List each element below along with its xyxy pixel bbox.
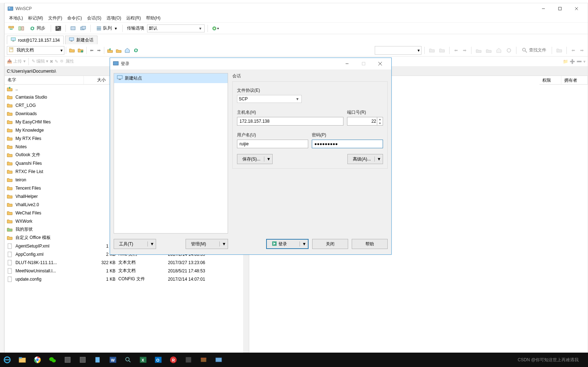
- col-name[interactable]: 名字: [5, 76, 84, 84]
- col-owner[interactable]: 拥有者: [561, 76, 588, 84]
- compare-icon[interactable]: [17, 24, 26, 33]
- upload-button[interactable]: 📤 上传 ▾: [7, 58, 26, 64]
- remote-home-icon[interactable]: [494, 46, 503, 55]
- sync-browse-icon[interactable]: [7, 24, 15, 33]
- taskbar-notes-icon[interactable]: [93, 355, 103, 365]
- local-location-combo[interactable]: 我的文档 ▾: [7, 46, 64, 55]
- taskbar-r-icon[interactable]: R: [168, 355, 178, 365]
- remote-refresh-icon[interactable]: [505, 46, 513, 55]
- svg-text:X: X: [141, 358, 144, 362]
- remote-nav-back-icon[interactable]: ⬅: [452, 47, 460, 54]
- dialog-close-button[interactable]: [372, 58, 388, 69]
- transfer-settings-icon[interactable]: ▾: [211, 24, 219, 33]
- taskbar-word-icon[interactable]: W: [108, 355, 118, 365]
- password-input[interactable]: [312, 140, 383, 148]
- save-button[interactable]: 保存(S)...▼: [237, 154, 273, 164]
- remote-parent-icon[interactable]: [474, 46, 483, 55]
- menu-command[interactable]: 命令(C): [65, 14, 84, 22]
- protocol-combo[interactable]: SCP▾: [237, 95, 302, 103]
- new-session-icon[interactable]: [69, 24, 77, 33]
- menu-options[interactable]: 选项(O): [104, 14, 123, 22]
- username-label: 用户名(U): [237, 132, 308, 138]
- minus-icon[interactable]: ➖: [576, 59, 582, 64]
- dialog-minimize-button[interactable]: [339, 58, 355, 69]
- col-perm[interactable]: 权限: [539, 76, 561, 84]
- svg-text:O: O: [156, 358, 160, 362]
- plus-icon[interactable]: ➕: [570, 59, 575, 64]
- menu-help[interactable]: 帮助(H): [144, 14, 163, 22]
- props-button[interactable]: ⛭ 属性: [60, 58, 74, 64]
- remote-open-folder-icon[interactable]: [428, 46, 436, 55]
- remote-root-icon[interactable]: [484, 46, 493, 55]
- taskbar-winscp-icon[interactable]: [214, 355, 224, 365]
- bookmark-icon[interactable]: [555, 46, 564, 55]
- remote-nav-fwd-icon[interactable]: ➡: [461, 47, 468, 54]
- taskbar-explorer-icon[interactable]: [17, 355, 27, 365]
- site-list[interactable]: 新建站点: [114, 73, 228, 234]
- username-input[interactable]: [237, 140, 308, 148]
- home-icon[interactable]: [123, 46, 132, 55]
- new-site-item[interactable]: 新建站点: [114, 73, 228, 83]
- refresh-icon[interactable]: [132, 46, 140, 55]
- menu-mark[interactable]: 标记(M): [26, 14, 45, 22]
- file-size: 1 KB: [90, 268, 115, 273]
- taskbar-excel-icon[interactable]: X: [138, 355, 148, 365]
- open-folder-icon[interactable]: [68, 46, 76, 55]
- advanced-button[interactable]: 高级(A)...▼: [347, 154, 383, 164]
- vsep-icon[interactable]: ▾: [583, 59, 585, 64]
- taskbar-chrome-icon[interactable]: [32, 355, 42, 365]
- console-icon[interactable]: >_: [54, 24, 63, 33]
- col-size[interactable]: 大小: [84, 76, 109, 84]
- close-button[interactable]: [568, 3, 585, 14]
- taskbar-winrar-icon[interactable]: [199, 355, 209, 365]
- tools-button[interactable]: 工具(T)▼: [114, 239, 156, 249]
- menu-local[interactable]: 本地(L): [7, 14, 25, 22]
- svg-rect-64: [186, 357, 191, 363]
- file-row[interactable]: DLUT-N18K-111.11...322 KB文本文档2017/3/27 1…: [5, 258, 249, 267]
- host-input[interactable]: [237, 117, 343, 126]
- parent-dir-icon[interactable]: [106, 46, 114, 55]
- taskbar-search-icon[interactable]: [123, 355, 133, 365]
- help-button[interactable]: 帮助: [352, 239, 388, 249]
- remote-location-combo[interactable]: ▾: [375, 46, 421, 55]
- login-button[interactable]: 登录▼: [266, 239, 309, 249]
- find-files-button[interactable]: 查找文件: [519, 46, 549, 55]
- synchronize-button[interactable]: 同步: [27, 24, 48, 33]
- toolbar-nav: 我的文档 ▾ ⬅ ➡ ▾ ⬅ ➡ 查找文件: [5, 44, 588, 56]
- taskbar-outlook-icon[interactable]: O: [153, 355, 163, 365]
- file-row[interactable]: MeetNowUninstall.l...1 KB文本文档2018/5/21 1…: [5, 267, 249, 275]
- taskbar-app5-icon[interactable]: [183, 355, 193, 365]
- session-tab-active[interactable]: root@172.18.157.134: [7, 36, 64, 44]
- rename-icon[interactable]: ✎: [55, 59, 58, 64]
- tabs-left-icon[interactable]: ⬅: [570, 47, 577, 54]
- file-type: 文本文档: [118, 259, 165, 266]
- file-row[interactable]: update.config1 KBCONFIG 文件2017/2/14 14:0…: [5, 275, 249, 283]
- menu-session[interactable]: 会话(S): [85, 14, 104, 22]
- nav-fwd-icon[interactable]: ➡: [95, 47, 102, 54]
- session-tab-new[interactable]: 新建会话: [65, 36, 97, 44]
- nav-back-icon[interactable]: ⬅: [88, 47, 95, 54]
- folder-sync-icon[interactable]: [76, 46, 85, 55]
- sessions-icon[interactable]: [79, 24, 87, 33]
- minimize-button[interactable]: [535, 3, 552, 14]
- new-folder-icon[interactable]: 📁: [563, 59, 568, 64]
- svg-rect-36: [113, 62, 118, 65]
- manage-button[interactable]: 管理(M)▼: [186, 239, 228, 249]
- tabs-right-icon[interactable]: ➡: [578, 47, 585, 54]
- remote-folder-sync-icon[interactable]: [438, 46, 446, 55]
- menu-file[interactable]: 文件(F): [46, 14, 64, 22]
- delete-icon[interactable]: ✖: [50, 59, 53, 64]
- taskbar-app1-icon[interactable]: [63, 355, 73, 365]
- maximize-button[interactable]: [552, 3, 568, 14]
- edit-button[interactable]: ✎ 编辑 ▾: [32, 58, 49, 64]
- queue-button[interactable]: 队列▾: [94, 24, 119, 33]
- menu-remote[interactable]: 远程(R): [124, 14, 143, 22]
- taskbar-wechat-icon[interactable]: [47, 355, 58, 365]
- root-dir-icon[interactable]: [114, 46, 123, 55]
- transfer-preset-combo[interactable]: 默认▾: [147, 24, 205, 32]
- taskbar-ie-icon[interactable]: [2, 355, 12, 365]
- taskbar-app2-icon[interactable]: [78, 355, 88, 365]
- close-dialog-button[interactable]: 关闭: [312, 239, 348, 249]
- dialog-maximize-button[interactable]: [355, 58, 372, 69]
- port-spinner[interactable]: ▲▼: [377, 117, 383, 125]
